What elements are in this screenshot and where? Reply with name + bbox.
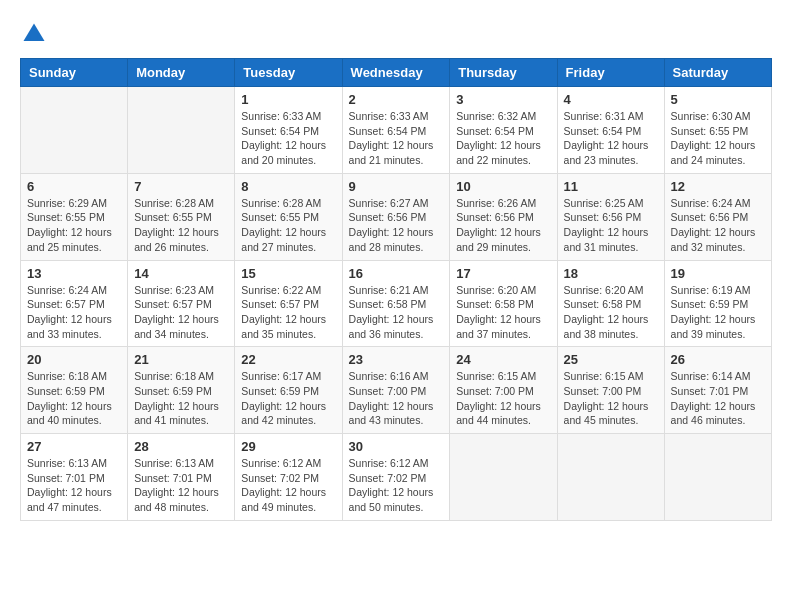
day-header-friday: Friday (557, 59, 664, 87)
day-number: 17 (456, 266, 550, 281)
day-number: 15 (241, 266, 335, 281)
day-number: 24 (456, 352, 550, 367)
day-number: 14 (134, 266, 228, 281)
day-info: Sunrise: 6:28 AM Sunset: 6:55 PM Dayligh… (241, 196, 335, 255)
calendar: SundayMondayTuesdayWednesdayThursdayFrid… (20, 58, 772, 521)
day-info: Sunrise: 6:29 AM Sunset: 6:55 PM Dayligh… (27, 196, 121, 255)
day-cell: 5Sunrise: 6:30 AM Sunset: 6:55 PM Daylig… (664, 87, 771, 174)
day-info: Sunrise: 6:27 AM Sunset: 6:56 PM Dayligh… (349, 196, 444, 255)
day-info: Sunrise: 6:12 AM Sunset: 7:02 PM Dayligh… (241, 456, 335, 515)
day-number: 5 (671, 92, 765, 107)
day-info: Sunrise: 6:15 AM Sunset: 7:00 PM Dayligh… (456, 369, 550, 428)
day-cell: 4Sunrise: 6:31 AM Sunset: 6:54 PM Daylig… (557, 87, 664, 174)
day-cell: 16Sunrise: 6:21 AM Sunset: 6:58 PM Dayli… (342, 260, 450, 347)
week-row-2: 6Sunrise: 6:29 AM Sunset: 6:55 PM Daylig… (21, 173, 772, 260)
day-number: 26 (671, 352, 765, 367)
day-number: 23 (349, 352, 444, 367)
day-cell (450, 434, 557, 521)
day-info: Sunrise: 6:21 AM Sunset: 6:58 PM Dayligh… (349, 283, 444, 342)
day-cell: 1Sunrise: 6:33 AM Sunset: 6:54 PM Daylig… (235, 87, 342, 174)
day-info: Sunrise: 6:12 AM Sunset: 7:02 PM Dayligh… (349, 456, 444, 515)
day-cell: 20Sunrise: 6:18 AM Sunset: 6:59 PM Dayli… (21, 347, 128, 434)
day-number: 10 (456, 179, 550, 194)
day-cell (664, 434, 771, 521)
day-cell: 23Sunrise: 6:16 AM Sunset: 7:00 PM Dayli… (342, 347, 450, 434)
day-header-sunday: Sunday (21, 59, 128, 87)
day-number: 19 (671, 266, 765, 281)
day-number: 11 (564, 179, 658, 194)
calendar-header-row: SundayMondayTuesdayWednesdayThursdayFrid… (21, 59, 772, 87)
day-info: Sunrise: 6:25 AM Sunset: 6:56 PM Dayligh… (564, 196, 658, 255)
day-info: Sunrise: 6:32 AM Sunset: 6:54 PM Dayligh… (456, 109, 550, 168)
day-cell: 12Sunrise: 6:24 AM Sunset: 6:56 PM Dayli… (664, 173, 771, 260)
day-cell (557, 434, 664, 521)
day-info: Sunrise: 6:22 AM Sunset: 6:57 PM Dayligh… (241, 283, 335, 342)
day-number: 21 (134, 352, 228, 367)
page-header (20, 20, 772, 48)
day-info: Sunrise: 6:14 AM Sunset: 7:01 PM Dayligh… (671, 369, 765, 428)
day-cell: 18Sunrise: 6:20 AM Sunset: 6:58 PM Dayli… (557, 260, 664, 347)
day-number: 25 (564, 352, 658, 367)
day-number: 7 (134, 179, 228, 194)
day-info: Sunrise: 6:13 AM Sunset: 7:01 PM Dayligh… (27, 456, 121, 515)
day-number: 29 (241, 439, 335, 454)
day-cell: 15Sunrise: 6:22 AM Sunset: 6:57 PM Dayli… (235, 260, 342, 347)
day-cell: 6Sunrise: 6:29 AM Sunset: 6:55 PM Daylig… (21, 173, 128, 260)
day-header-thursday: Thursday (450, 59, 557, 87)
day-number: 20 (27, 352, 121, 367)
day-number: 13 (27, 266, 121, 281)
day-number: 18 (564, 266, 658, 281)
day-info: Sunrise: 6:16 AM Sunset: 7:00 PM Dayligh… (349, 369, 444, 428)
day-info: Sunrise: 6:13 AM Sunset: 7:01 PM Dayligh… (134, 456, 228, 515)
day-cell: 26Sunrise: 6:14 AM Sunset: 7:01 PM Dayli… (664, 347, 771, 434)
week-row-4: 20Sunrise: 6:18 AM Sunset: 6:59 PM Dayli… (21, 347, 772, 434)
day-header-tuesday: Tuesday (235, 59, 342, 87)
day-number: 6 (27, 179, 121, 194)
logo (20, 20, 52, 48)
day-cell: 14Sunrise: 6:23 AM Sunset: 6:57 PM Dayli… (128, 260, 235, 347)
day-cell: 9Sunrise: 6:27 AM Sunset: 6:56 PM Daylig… (342, 173, 450, 260)
day-cell: 19Sunrise: 6:19 AM Sunset: 6:59 PM Dayli… (664, 260, 771, 347)
day-info: Sunrise: 6:23 AM Sunset: 6:57 PM Dayligh… (134, 283, 228, 342)
day-cell: 22Sunrise: 6:17 AM Sunset: 6:59 PM Dayli… (235, 347, 342, 434)
day-number: 16 (349, 266, 444, 281)
day-cell: 21Sunrise: 6:18 AM Sunset: 6:59 PM Dayli… (128, 347, 235, 434)
day-number: 30 (349, 439, 444, 454)
day-number: 28 (134, 439, 228, 454)
day-info: Sunrise: 6:20 AM Sunset: 6:58 PM Dayligh… (564, 283, 658, 342)
day-info: Sunrise: 6:19 AM Sunset: 6:59 PM Dayligh… (671, 283, 765, 342)
day-header-wednesday: Wednesday (342, 59, 450, 87)
day-cell: 10Sunrise: 6:26 AM Sunset: 6:56 PM Dayli… (450, 173, 557, 260)
day-cell: 27Sunrise: 6:13 AM Sunset: 7:01 PM Dayli… (21, 434, 128, 521)
day-number: 12 (671, 179, 765, 194)
day-cell (128, 87, 235, 174)
day-cell (21, 87, 128, 174)
day-info: Sunrise: 6:15 AM Sunset: 7:00 PM Dayligh… (564, 369, 658, 428)
day-info: Sunrise: 6:28 AM Sunset: 6:55 PM Dayligh… (134, 196, 228, 255)
day-number: 2 (349, 92, 444, 107)
day-info: Sunrise: 6:18 AM Sunset: 6:59 PM Dayligh… (134, 369, 228, 428)
week-row-1: 1Sunrise: 6:33 AM Sunset: 6:54 PM Daylig… (21, 87, 772, 174)
day-info: Sunrise: 6:33 AM Sunset: 6:54 PM Dayligh… (241, 109, 335, 168)
day-cell: 25Sunrise: 6:15 AM Sunset: 7:00 PM Dayli… (557, 347, 664, 434)
day-cell: 7Sunrise: 6:28 AM Sunset: 6:55 PM Daylig… (128, 173, 235, 260)
day-info: Sunrise: 6:18 AM Sunset: 6:59 PM Dayligh… (27, 369, 121, 428)
day-cell: 2Sunrise: 6:33 AM Sunset: 6:54 PM Daylig… (342, 87, 450, 174)
day-info: Sunrise: 6:33 AM Sunset: 6:54 PM Dayligh… (349, 109, 444, 168)
day-number: 9 (349, 179, 444, 194)
day-cell: 24Sunrise: 6:15 AM Sunset: 7:00 PM Dayli… (450, 347, 557, 434)
day-cell: 11Sunrise: 6:25 AM Sunset: 6:56 PM Dayli… (557, 173, 664, 260)
day-cell: 29Sunrise: 6:12 AM Sunset: 7:02 PM Dayli… (235, 434, 342, 521)
day-info: Sunrise: 6:30 AM Sunset: 6:55 PM Dayligh… (671, 109, 765, 168)
day-info: Sunrise: 6:17 AM Sunset: 6:59 PM Dayligh… (241, 369, 335, 428)
day-cell: 17Sunrise: 6:20 AM Sunset: 6:58 PM Dayli… (450, 260, 557, 347)
day-info: Sunrise: 6:31 AM Sunset: 6:54 PM Dayligh… (564, 109, 658, 168)
day-cell: 28Sunrise: 6:13 AM Sunset: 7:01 PM Dayli… (128, 434, 235, 521)
day-number: 3 (456, 92, 550, 107)
day-info: Sunrise: 6:26 AM Sunset: 6:56 PM Dayligh… (456, 196, 550, 255)
day-number: 4 (564, 92, 658, 107)
logo-icon (20, 20, 48, 48)
day-info: Sunrise: 6:24 AM Sunset: 6:57 PM Dayligh… (27, 283, 121, 342)
day-number: 1 (241, 92, 335, 107)
day-number: 22 (241, 352, 335, 367)
